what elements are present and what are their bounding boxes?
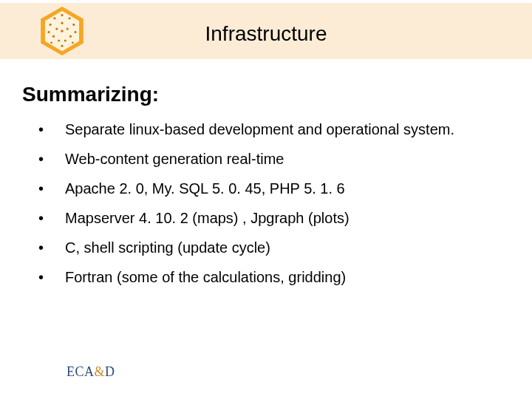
bullet-icon: • [35,238,65,257]
list-item: • Mapserver 4. 10. 2 (maps) , Jpgraph (p… [35,208,479,228]
bullet-text: Fortran (some of the calculations, gridd… [65,267,346,287]
bullet-icon: • [35,120,65,139]
bullet-text: C, shell scripting (update cycle) [65,238,270,257]
bullet-icon: • [35,208,65,228]
bullet-list: • Separate linux-based development and o… [35,120,479,297]
bullet-icon: • [35,267,65,287]
list-item: • Apache 2. 0, My. SQL 5. 0. 45, PHP 5. … [35,179,479,198]
bullet-text: Separate linux-based development and ope… [65,120,454,139]
list-item: • Separate linux-based development and o… [35,120,479,139]
bullet-text: Apache 2. 0, My. SQL 5. 0. 45, PHP 5. 1.… [65,179,345,198]
list-item: • Web-content generation real-time [35,149,479,168]
slide-title: Infrastructure [0,22,532,46]
list-item: • C, shell scripting (update cycle) [35,238,479,257]
svg-point-2 [61,14,63,16]
footer-logo-d: D [105,364,115,379]
list-item: • Fortran (some of the calculations, gri… [35,267,479,287]
header-band: Infrastructure [0,3,532,59]
svg-point-4 [68,17,70,19]
bullet-text: Web-content generation real-time [65,149,284,168]
bullet-icon: • [35,149,65,168]
bullet-text: Mapserver 4. 10. 2 (maps) , Jpgraph (plo… [65,208,349,228]
footer-logo-eca: ECA [66,364,95,379]
slide: Infrastructure Summarizing: • Separate l… [0,0,532,399]
footer-logo-amp: & [95,364,106,379]
footer-logo: ECA&D [66,364,115,380]
svg-point-3 [53,17,55,19]
bullet-icon: • [35,179,65,198]
section-heading: Summarizing: [22,83,159,106]
